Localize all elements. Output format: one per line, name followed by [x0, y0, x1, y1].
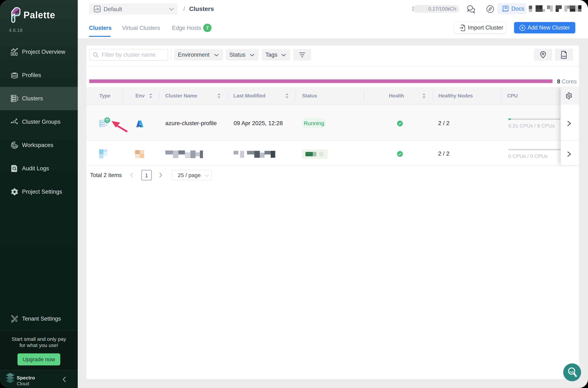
svg-text:csv: csv — [562, 55, 566, 58]
